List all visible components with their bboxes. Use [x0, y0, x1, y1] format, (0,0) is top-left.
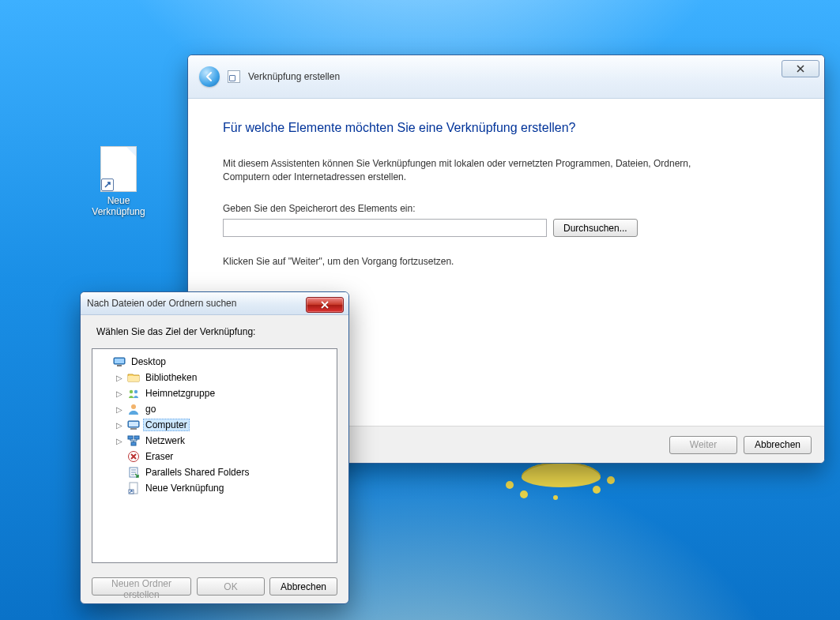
expander-icon[interactable]: ▷ — [115, 374, 124, 382]
cancel-button[interactable]: Abbrechen — [744, 436, 812, 454]
browse-button[interactable]: Durchsuchen... — [553, 219, 638, 237]
back-button[interactable] — [199, 66, 220, 87]
tree-item[interactable]: ▷go — [96, 401, 333, 417]
generic-file-icon — [100, 146, 137, 192]
tree-item-label: Desktop — [129, 356, 168, 367]
svg-rect-2 — [117, 365, 122, 366]
tree-item-label: go — [143, 404, 158, 415]
desktop-logo-accent — [498, 462, 624, 517]
tree-item[interactable]: ▷Bibliotheken — [96, 370, 333, 385]
tree-item-label: Neue Verknüpfung — [143, 483, 226, 494]
desktop-icon-label: Neue Verknüpfung — [85, 195, 152, 217]
tree-item[interactable]: ▷Heimnetzgruppe — [96, 385, 333, 401]
shortcut-icon — [127, 482, 140, 494]
browse-close-button[interactable] — [306, 297, 344, 313]
tree-item-label: Bibliotheken — [143, 372, 199, 383]
folder-tree[interactable]: ▷Desktop▷Bibliotheken▷Heimnetzgruppe▷go▷… — [92, 348, 337, 563]
expander-icon[interactable]: ▷ — [115, 421, 124, 430]
tree-item[interactable]: ▷Eraser — [96, 449, 333, 464]
browse-cancel-button[interactable]: Abbrechen — [269, 577, 337, 596]
network-icon — [127, 434, 140, 447]
tree-item-label: Eraser — [143, 451, 175, 462]
wizard-heading: Für welche Elemente möchten Sie eine Ver… — [223, 121, 789, 135]
wizard-hint: Klicken Sie auf "Weiter", um den Vorgang… — [223, 256, 789, 267]
svg-point-6 — [131, 404, 136, 409]
wizard-title: Verknüpfung erstellen — [248, 71, 340, 82]
wizard-titlebar[interactable]: Verknüpfung erstellen — [188, 55, 824, 99]
expander-icon[interactable]: ▷ — [115, 437, 124, 445]
computer-icon — [127, 419, 140, 431]
svg-rect-12 — [131, 442, 136, 445]
tree-item[interactable]: ▷Netzwerk — [96, 433, 333, 449]
expander-icon[interactable]: ▷ — [115, 405, 124, 414]
tree-item-label: Netzwerk — [143, 435, 187, 446]
browse-titlebar[interactable]: Nach Dateien oder Ordnern suchen — [81, 292, 348, 315]
ok-button[interactable]: OK — [197, 577, 265, 596]
tree-item-label: Parallels Shared Folders — [143, 467, 251, 478]
desktop-background: Neue Verknüpfung Verknüpfung erstellen F… — [0, 0, 840, 620]
wizard-description: Mit diesem Assistenten können Sie Verknü… — [223, 157, 713, 184]
svg-rect-11 — [134, 436, 139, 439]
browse-folder-dialog: Nach Dateien oder Ordnern suchen Wählen … — [80, 291, 349, 604]
wizard-close-button[interactable] — [782, 60, 819, 77]
svg-rect-10 — [128, 436, 133, 439]
browse-title: Nach Dateien oder Ordnern suchen — [87, 298, 236, 309]
user-icon — [127, 403, 140, 415]
tree-item-label: Heimnetzgruppe — [143, 388, 217, 399]
desktop-shortcut-new-link[interactable]: Neue Verknüpfung — [85, 146, 152, 217]
next-button[interactable]: Weiter — [669, 436, 737, 454]
svg-rect-9 — [130, 428, 137, 430]
svg-rect-8 — [129, 422, 138, 426]
svg-rect-1 — [115, 359, 124, 363]
desktop-icon — [113, 355, 126, 368]
tree-item-label: Computer — [143, 419, 190, 431]
tree-item[interactable]: ▷Desktop — [96, 354, 333, 370]
location-input[interactable] — [223, 219, 547, 237]
tree-item[interactable]: ▷Parallels Shared Folders — [96, 464, 333, 480]
libraries-icon — [127, 371, 140, 384]
expander-icon[interactable]: ▷ — [115, 389, 124, 398]
tree-item[interactable]: ▷Computer — [96, 417, 333, 433]
svg-point-4 — [130, 390, 133, 393]
browse-prompt: Wählen Sie das Ziel der Verknüpfung: — [92, 326, 337, 337]
tree-item[interactable]: ▷Neue Verknüpfung — [96, 480, 333, 496]
shortcut-icon — [228, 70, 240, 83]
svg-rect-3 — [128, 376, 139, 381]
new-folder-button[interactable]: Neuen Ordner erstellen — [92, 577, 191, 596]
location-label: Geben Sie den Speicherort des Elements e… — [223, 203, 789, 214]
homegroup-icon — [127, 387, 140, 400]
svg-point-5 — [134, 390, 137, 393]
shared-icon — [127, 466, 140, 479]
eraser-icon — [127, 450, 140, 463]
shortcut-overlay-icon — [101, 178, 114, 191]
